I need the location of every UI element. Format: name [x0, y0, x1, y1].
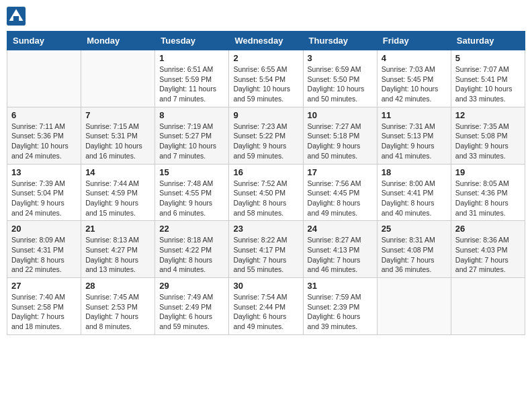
calendar-cell: 12Sunrise: 7:35 AM Sunset: 5:08 PM Dayli… [451, 107, 525, 164]
calendar-cell: 1Sunrise: 6:51 AM Sunset: 5:59 PM Daylig… [155, 50, 229, 107]
day-number: 6 [11, 110, 77, 120]
calendar-cell: 26Sunrise: 8:36 AM Sunset: 4:03 PM Dayli… [451, 221, 525, 278]
day-number: 4 [382, 53, 447, 63]
svg-rect-2 [13, 16, 19, 21]
day-info: Sunrise: 7:31 AM Sunset: 5:13 PM Dayligh… [382, 122, 447, 161]
day-number: 2 [233, 53, 298, 63]
day-info: Sunrise: 8:31 AM Sunset: 4:08 PM Dayligh… [382, 235, 447, 275]
day-number: 27 [11, 281, 77, 291]
logo-icon [7, 7, 26, 26]
day-info: Sunrise: 7:35 AM Sunset: 5:08 PM Dayligh… [455, 122, 521, 161]
day-number: 3 [308, 53, 373, 63]
day-info: Sunrise: 6:55 AM Sunset: 5:54 PM Dayligh… [233, 64, 298, 104]
calendar-week-row: 27Sunrise: 7:40 AM Sunset: 2:58 PM Dayli… [7, 278, 525, 335]
calendar-cell: 19Sunrise: 8:05 AM Sunset: 4:36 PM Dayli… [451, 164, 525, 221]
day-info: Sunrise: 8:36 AM Sunset: 4:03 PM Dayligh… [455, 235, 521, 275]
calendar-cell: 16Sunrise: 7:52 AM Sunset: 4:50 PM Dayli… [229, 164, 303, 221]
day-info: Sunrise: 7:56 AM Sunset: 4:45 PM Dayligh… [308, 179, 373, 218]
calendar-week-row: 20Sunrise: 8:09 AM Sunset: 4:31 PM Dayli… [7, 221, 525, 278]
day-info: Sunrise: 7:27 AM Sunset: 5:18 PM Dayligh… [308, 122, 373, 161]
day-info: Sunrise: 7:07 AM Sunset: 5:41 PM Dayligh… [455, 64, 521, 104]
day-number: 23 [233, 224, 298, 234]
calendar-cell: 22Sunrise: 8:18 AM Sunset: 4:22 PM Dayli… [155, 221, 229, 278]
weekday-header-friday: Friday [377, 32, 451, 50]
day-info: Sunrise: 7:40 AM Sunset: 2:58 PM Dayligh… [11, 292, 77, 332]
day-info: Sunrise: 7:19 AM Sunset: 5:27 PM Dayligh… [159, 122, 224, 161]
day-info: Sunrise: 7:59 AM Sunset: 2:39 PM Dayligh… [308, 292, 373, 332]
day-number: 8 [159, 110, 224, 120]
day-info: Sunrise: 6:59 AM Sunset: 5:50 PM Dayligh… [308, 64, 373, 104]
calendar-cell: 15Sunrise: 7:48 AM Sunset: 4:55 PM Dayli… [155, 164, 229, 221]
day-number: 17 [308, 167, 373, 177]
day-number: 21 [85, 224, 150, 234]
day-number: 30 [233, 281, 298, 291]
day-info: Sunrise: 7:45 AM Sunset: 2:53 PM Dayligh… [85, 292, 150, 332]
calendar-cell: 9Sunrise: 7:23 AM Sunset: 5:22 PM Daylig… [229, 107, 303, 164]
calendar-cell: 24Sunrise: 8:27 AM Sunset: 4:13 PM Dayli… [303, 221, 377, 278]
calendar-cell: 21Sunrise: 8:13 AM Sunset: 4:27 PM Dayli… [81, 221, 155, 278]
weekday-header-sunday: Sunday [7, 32, 81, 50]
day-number: 14 [85, 167, 150, 177]
day-number: 20 [11, 224, 77, 234]
calendar-cell: 2Sunrise: 6:55 AM Sunset: 5:54 PM Daylig… [229, 50, 303, 107]
page-header [7, 7, 525, 26]
day-info: Sunrise: 7:48 AM Sunset: 4:55 PM Dayligh… [159, 179, 224, 218]
day-info: Sunrise: 8:00 AM Sunset: 4:41 PM Dayligh… [382, 179, 447, 218]
day-number: 19 [455, 167, 521, 177]
day-number: 26 [455, 224, 521, 234]
day-info: Sunrise: 7:44 AM Sunset: 4:59 PM Dayligh… [85, 179, 150, 218]
calendar-cell: 18Sunrise: 8:00 AM Sunset: 4:41 PM Dayli… [377, 164, 451, 221]
calendar-cell: 6Sunrise: 7:11 AM Sunset: 5:36 PM Daylig… [7, 107, 81, 164]
day-info: Sunrise: 7:54 AM Sunset: 2:44 PM Dayligh… [233, 292, 298, 332]
weekday-header-monday: Monday [81, 32, 155, 50]
day-number: 12 [455, 110, 521, 120]
day-number: 7 [85, 110, 150, 120]
day-number: 9 [233, 110, 298, 120]
day-number: 22 [159, 224, 224, 234]
day-number: 31 [308, 281, 373, 291]
day-number: 24 [308, 224, 373, 234]
day-info: Sunrise: 8:13 AM Sunset: 4:27 PM Dayligh… [85, 235, 150, 275]
day-info: Sunrise: 8:05 AM Sunset: 4:36 PM Dayligh… [455, 179, 521, 218]
calendar-cell: 25Sunrise: 8:31 AM Sunset: 4:08 PM Dayli… [377, 221, 451, 278]
day-info: Sunrise: 8:27 AM Sunset: 4:13 PM Dayligh… [308, 235, 373, 275]
day-number: 15 [159, 167, 224, 177]
calendar-cell [81, 50, 155, 107]
calendar-cell: 14Sunrise: 7:44 AM Sunset: 4:59 PM Dayli… [81, 164, 155, 221]
day-info: Sunrise: 7:03 AM Sunset: 5:45 PM Dayligh… [382, 64, 447, 104]
calendar-cell: 23Sunrise: 8:22 AM Sunset: 4:17 PM Dayli… [229, 221, 303, 278]
calendar-cell: 13Sunrise: 7:39 AM Sunset: 5:04 PM Dayli… [7, 164, 81, 221]
day-info: Sunrise: 7:49 AM Sunset: 2:49 PM Dayligh… [159, 292, 224, 332]
day-info: Sunrise: 8:18 AM Sunset: 4:22 PM Dayligh… [159, 235, 224, 275]
calendar-cell [451, 278, 525, 335]
weekday-header-row: SundayMondayTuesdayWednesdayThursdayFrid… [7, 32, 525, 50]
day-number: 28 [85, 281, 150, 291]
calendar-cell: 4Sunrise: 7:03 AM Sunset: 5:45 PM Daylig… [377, 50, 451, 107]
weekday-header-thursday: Thursday [303, 32, 377, 50]
weekday-header-tuesday: Tuesday [155, 32, 229, 50]
day-info: Sunrise: 7:39 AM Sunset: 5:04 PM Dayligh… [11, 179, 77, 218]
day-number: 13 [11, 167, 77, 177]
day-number: 5 [455, 53, 521, 63]
calendar-cell: 28Sunrise: 7:45 AM Sunset: 2:53 PM Dayli… [81, 278, 155, 335]
calendar-week-row: 1Sunrise: 6:51 AM Sunset: 5:59 PM Daylig… [7, 50, 525, 107]
day-number: 1 [159, 53, 224, 63]
calendar-cell [377, 278, 451, 335]
calendar-cell: 31Sunrise: 7:59 AM Sunset: 2:39 PM Dayli… [303, 278, 377, 335]
calendar-cell [7, 50, 81, 107]
calendar-cell: 7Sunrise: 7:15 AM Sunset: 5:31 PM Daylig… [81, 107, 155, 164]
day-info: Sunrise: 8:22 AM Sunset: 4:17 PM Dayligh… [233, 235, 298, 275]
logo-area [7, 7, 28, 26]
day-info: Sunrise: 7:23 AM Sunset: 5:22 PM Dayligh… [233, 122, 298, 161]
day-number: 11 [382, 110, 447, 120]
calendar-cell: 17Sunrise: 7:56 AM Sunset: 4:45 PM Dayli… [303, 164, 377, 221]
weekday-header-saturday: Saturday [451, 32, 525, 50]
calendar-cell: 27Sunrise: 7:40 AM Sunset: 2:58 PM Dayli… [7, 278, 81, 335]
day-info: Sunrise: 6:51 AM Sunset: 5:59 PM Dayligh… [159, 64, 224, 104]
calendar-cell: 3Sunrise: 6:59 AM Sunset: 5:50 PM Daylig… [303, 50, 377, 107]
day-number: 29 [159, 281, 224, 291]
day-info: Sunrise: 7:15 AM Sunset: 5:31 PM Dayligh… [85, 122, 150, 161]
day-info: Sunrise: 7:52 AM Sunset: 4:50 PM Dayligh… [233, 179, 298, 218]
calendar-cell: 20Sunrise: 8:09 AM Sunset: 4:31 PM Dayli… [7, 221, 81, 278]
calendar-cell: 5Sunrise: 7:07 AM Sunset: 5:41 PM Daylig… [451, 50, 525, 107]
